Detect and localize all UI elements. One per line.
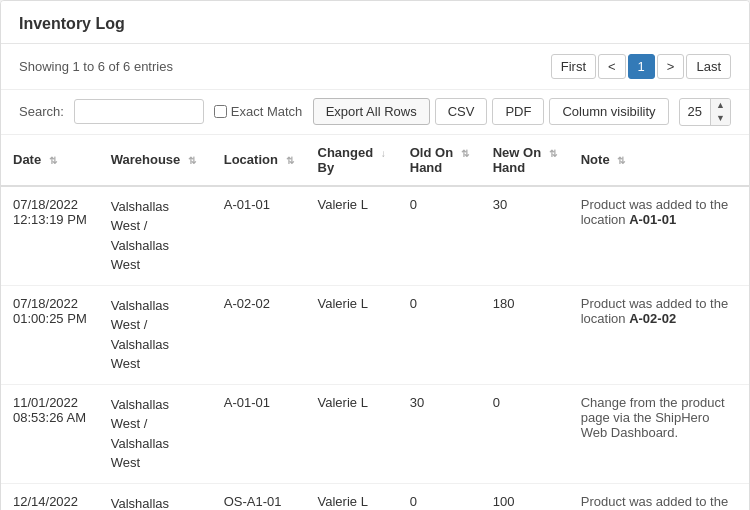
prev-page-button-top[interactable]: < xyxy=(598,54,626,79)
new-on-hand-sort-icon: ⇅ xyxy=(549,148,557,159)
cell-old-on-hand: 0 xyxy=(398,483,481,510)
cell-note: Product was added to the location A-01-0… xyxy=(569,186,749,286)
cell-old-on-hand: 0 xyxy=(398,186,481,286)
warehouse-value: Valshallas West /Valshallas West xyxy=(111,296,200,374)
cell-old-on-hand: 0 xyxy=(398,285,481,384)
per-page-control: 25 ▲ ▼ xyxy=(679,98,731,126)
cell-old-on-hand: 30 xyxy=(398,384,481,483)
cell-changed-by: Valerie L xyxy=(306,384,398,483)
pagination-top: First < 1 > Last xyxy=(551,54,731,79)
per-page-arrows: ▲ ▼ xyxy=(710,99,730,125)
per-page-value: 25 xyxy=(680,100,710,123)
col-new-on-hand[interactable]: New On ⇅Hand xyxy=(481,135,569,186)
table-row: 07/18/202201:00:25 PMValshallas West /Va… xyxy=(1,285,749,384)
warehouse-value: Valshallas West /Valshallas West xyxy=(111,197,200,275)
cell-date: 11/01/202208:53:26 AM xyxy=(1,384,99,483)
export-buttons: Export All Rows CSV PDF Column visibilit… xyxy=(313,98,731,126)
cell-note: Product was added to the location A-02-0… xyxy=(569,285,749,384)
note-bold: A-01-01 xyxy=(629,212,676,227)
col-note[interactable]: Note ⇅ xyxy=(569,135,749,186)
table-row: 07/18/202212:13:19 PMValshallas West /Va… xyxy=(1,186,749,286)
cell-location: A-01-01 xyxy=(212,186,306,286)
cell-warehouse: Valshallas West /Valshallas West xyxy=(99,285,212,384)
search-label: Search: xyxy=(19,104,64,119)
exact-match-label[interactable]: Exact Match xyxy=(214,104,303,119)
warehouse-value: Valshallas West /Valshallas West xyxy=(111,494,200,510)
cell-new-on-hand: 30 xyxy=(481,186,569,286)
date-sort-icon: ⇅ xyxy=(49,155,57,166)
column-visibility-button[interactable]: Column visibility xyxy=(549,98,668,125)
cell-note: Product was added to the location OS-A1-… xyxy=(569,483,749,510)
search-input[interactable] xyxy=(74,99,204,124)
cell-date: 07/18/202201:00:25 PM xyxy=(1,285,99,384)
cell-location: A-01-01 xyxy=(212,384,306,483)
cell-date: 12/14/202211:39:46 AM xyxy=(1,483,99,510)
cell-date: 07/18/202212:13:19 PM xyxy=(1,186,99,286)
last-page-button-top[interactable]: Last xyxy=(686,54,731,79)
col-changed-by[interactable]: Changed ↓By xyxy=(306,135,398,186)
pdf-button[interactable]: PDF xyxy=(492,98,544,125)
note-text: Product was added to the location A-02-0… xyxy=(581,296,728,326)
cell-location: OS-A1-01 xyxy=(212,483,306,510)
date-value: 12/14/202211:39:46 AM xyxy=(13,494,86,510)
page-container: Inventory Log Showing 1 to 6 of 6 entrie… xyxy=(0,0,750,510)
showing-top: Showing 1 to 6 of 6 entries xyxy=(19,59,173,74)
note-bold: A-02-02 xyxy=(629,311,676,326)
exact-match-text: Exact Match xyxy=(231,104,303,119)
col-date[interactable]: Date ⇅ xyxy=(1,135,99,186)
per-page-down[interactable]: ▼ xyxy=(711,112,730,125)
cell-warehouse: Valshallas West /Valshallas West xyxy=(99,384,212,483)
next-page-button-top[interactable]: > xyxy=(657,54,685,79)
note-text: Product was added to the location OS-A1-… xyxy=(581,494,728,510)
location-sort-icon: ⇅ xyxy=(286,155,294,166)
cell-warehouse: Valshallas West /Valshallas West xyxy=(99,186,212,286)
warehouse-value: Valshallas West /Valshallas West xyxy=(111,395,200,473)
export-all-button[interactable]: Export All Rows xyxy=(313,98,430,125)
warehouse-sort-icon: ⇅ xyxy=(188,155,196,166)
table-row: 12/14/202211:39:46 AMValshallas West /Va… xyxy=(1,483,749,510)
cell-location: A-02-02 xyxy=(212,285,306,384)
current-page-button-top[interactable]: 1 xyxy=(628,54,655,79)
date-value: 07/18/202212:13:19 PM xyxy=(13,197,87,227)
date-value: 11/01/202208:53:26 AM xyxy=(13,395,86,425)
table-header-row: Date ⇅ Warehouse ⇅ Location ⇅ Changed ↓B… xyxy=(1,135,749,186)
table-row: 11/01/202208:53:26 AMValshallas West /Va… xyxy=(1,384,749,483)
page-title: Inventory Log xyxy=(19,15,125,32)
cell-changed-by: Valerie L xyxy=(306,186,398,286)
note-sort-icon: ⇅ xyxy=(617,155,625,166)
old-on-hand-sort-icon: ⇅ xyxy=(461,148,469,159)
note-text: Change from the product page via the Shi… xyxy=(581,395,725,440)
csv-button[interactable]: CSV xyxy=(435,98,488,125)
exact-match-checkbox[interactable] xyxy=(214,105,227,118)
page-header: Inventory Log xyxy=(1,1,749,44)
per-page-up[interactable]: ▲ xyxy=(711,99,730,112)
cell-new-on-hand: 180 xyxy=(481,285,569,384)
col-warehouse[interactable]: Warehouse ⇅ xyxy=(99,135,212,186)
first-page-button-top[interactable]: First xyxy=(551,54,596,79)
cell-warehouse: Valshallas West /Valshallas West xyxy=(99,483,212,510)
cell-note: Change from the product page via the Shi… xyxy=(569,384,749,483)
date-value: 07/18/202201:00:25 PM xyxy=(13,296,87,326)
note-text: Product was added to the location A-01-0… xyxy=(581,197,728,227)
cell-changed-by: Valerie L xyxy=(306,285,398,384)
cell-new-on-hand: 0 xyxy=(481,384,569,483)
cell-new-on-hand: 100 xyxy=(481,483,569,510)
inventory-table: Date ⇅ Warehouse ⇅ Location ⇅ Changed ↓B… xyxy=(1,135,749,510)
col-location[interactable]: Location ⇅ xyxy=(212,135,306,186)
table-container: Date ⇅ Warehouse ⇅ Location ⇅ Changed ↓B… xyxy=(1,135,749,510)
cell-changed-by: Valerie L xyxy=(306,483,398,510)
col-old-on-hand[interactable]: Old On ⇅Hand xyxy=(398,135,481,186)
search-bar: Search: Exact Match Export All Rows CSV … xyxy=(1,90,749,135)
toolbar-top: Showing 1 to 6 of 6 entries First < 1 > … xyxy=(1,44,749,90)
changed-by-sort-icon: ↓ xyxy=(381,148,386,159)
